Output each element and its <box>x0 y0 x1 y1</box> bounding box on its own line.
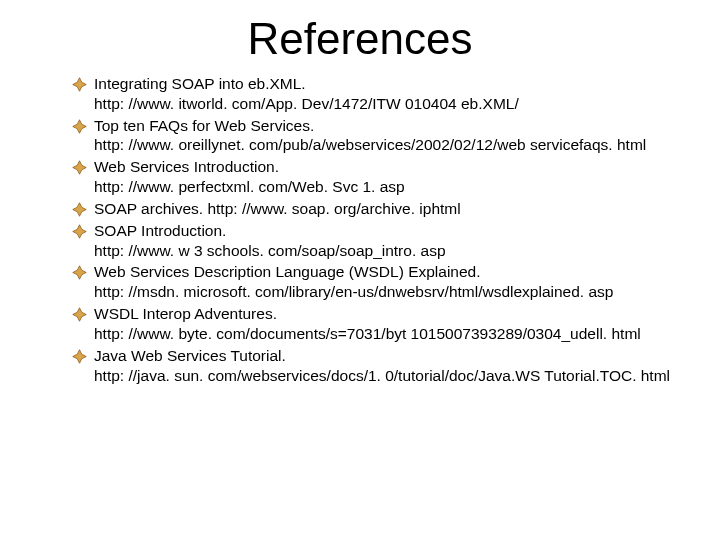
diamond-star-icon <box>72 307 87 322</box>
reference-title: Web Services Description Language (WSDL)… <box>94 263 481 280</box>
reference-title: Java Web Services Tutorial. <box>94 347 286 364</box>
svg-marker-7 <box>73 350 87 364</box>
reference-item: Web Services Introduction.http: //www. p… <box>94 157 680 197</box>
diamond-star-icon <box>72 265 87 280</box>
reference-url: http: //java. sun. com/webservices/docs/… <box>94 366 680 386</box>
reference-url: http: //www. perfectxml. com/Web. Svc 1.… <box>94 177 680 197</box>
diamond-star-icon <box>72 349 87 364</box>
diamond-star-icon <box>72 119 87 134</box>
svg-marker-5 <box>73 266 87 280</box>
reference-item: WSDL Interop Adventures.http: //www. byt… <box>94 304 680 344</box>
reference-item: Java Web Services Tutorial.http: //java.… <box>94 346 680 386</box>
reference-item: SOAP archives. http: //www. soap. org/ar… <box>94 199 680 219</box>
diamond-star-icon <box>72 77 87 92</box>
reference-item: Integrating SOAP into eb.XML.http: //www… <box>94 74 680 114</box>
reference-url: http: //www. itworld. com/App. Dev/1472/… <box>94 94 680 114</box>
reference-url: http: //www. byte. com/documents/s=7031/… <box>94 324 680 344</box>
reference-title: Web Services Introduction. <box>94 158 279 175</box>
diamond-star-icon <box>72 202 87 217</box>
svg-marker-6 <box>73 308 87 322</box>
svg-marker-0 <box>73 78 87 92</box>
svg-marker-4 <box>73 225 87 239</box>
reference-title: SOAP Introduction. <box>94 222 226 239</box>
reference-title: SOAP archives. http: //www. soap. org/ar… <box>94 200 461 217</box>
reference-list: Integrating SOAP into eb.XML.http: //www… <box>40 74 680 385</box>
page-title: References <box>40 14 680 64</box>
svg-marker-3 <box>73 203 87 217</box>
svg-marker-1 <box>73 119 87 133</box>
reference-url: http: //msdn. microsoft. com/library/en-… <box>94 282 680 302</box>
reference-title: Top ten FAQs for Web Services. <box>94 117 314 134</box>
reference-title: Integrating SOAP into eb.XML. <box>94 75 306 92</box>
diamond-star-icon <box>72 160 87 175</box>
reference-title: WSDL Interop Adventures. <box>94 305 277 322</box>
reference-item: Web Services Description Language (WSDL)… <box>94 262 680 302</box>
reference-item: SOAP Introduction.http: //www. w 3 schoo… <box>94 221 680 261</box>
diamond-star-icon <box>72 224 87 239</box>
reference-item: Top ten FAQs for Web Services.http: //ww… <box>94 116 680 156</box>
reference-url: http: //www. w 3 schools. com/soap/soap_… <box>94 241 680 261</box>
reference-url: http: //www. oreillynet. com/pub/a/webse… <box>94 135 680 155</box>
svg-marker-2 <box>73 161 87 175</box>
